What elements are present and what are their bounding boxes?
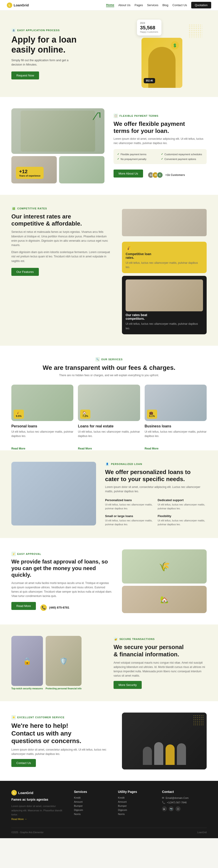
more-security-button[interactable]: More Security [114,681,142,689]
service-real-estate: 🏠 7.2% Loans for real estate Ut elit tel… [78,384,140,451]
footer-col-contact: Contact ✉ Email@domain.Com 📞 +1(347) 567… [162,790,207,821]
check-icon-4: ✓ [161,157,163,160]
footer-utility-link-2[interactable]: Amount [118,800,127,803]
footer-service-link-3[interactable]: Bumper [74,805,83,807]
contact-us-button[interactable]: Contact Us [11,759,36,767]
business-image: 💼 8.1% [145,384,207,421]
hero-badge: 🏦 EASY APPLICATION PROCESS [11,28,106,33]
footer-utility-2: Amount [118,800,155,803]
logo-text: LoanGrid [13,3,29,7]
secure-badge: 🔐 SECURE TRANSACTIONS [114,637,207,641]
hero-stat-card: 2024 35,568 Happy Customers [137,20,161,35]
feat-dedicated: Dedicated support Ut elit tellus, luctus… [157,498,207,511]
card2-image [125,279,203,311]
nav-blog[interactable]: Blog [162,3,168,7]
fast-approval-title: We provide fast approval of loans, so yo… [11,558,113,578]
footer-utility-4: Digicom [118,809,155,811]
secure-image-col-2: 🛡️ Protecting personal financial info [46,636,81,690]
footer-utility-link-1[interactable]: Kredit [118,796,125,799]
competitive-desc1: Senectus et netus et malesuada fames ac … [11,230,113,247]
footer-email-text: Email@domain.Com [166,797,188,799]
logo-icon: L [7,2,12,8]
flexible-images: +12 Years of experience [11,108,104,183]
personalized-badge: 👤 PERSONALIZED LOAN [105,462,207,466]
fees-subtitle: There are no hidden fees or charges, and… [52,373,166,377]
nav-logo[interactable]: L LoanGrid [7,2,29,8]
services-grid: 💰 9.5% Personal loans Ut elit tellus, lu… [11,384,207,451]
business-title: Business loans [145,424,207,428]
fast-approval-content: ⚡ EASY APPROVAL We provide fast approval… [11,552,113,611]
footer-brand: LoanGrid [197,831,207,834]
personal-loans-readmore[interactable]: Read More [11,447,25,450]
personal-loans-rate: 9.5% [16,415,22,417]
footer-services-list: Kredit Amount Bumper Digicom Norris [74,796,111,815]
nav-contact[interactable]: Contact Us [172,3,187,7]
footer-service-link-2[interactable]: Amount [74,800,83,803]
competitive-desc2: Etiam dignissim diam quis enim lobortis … [11,250,113,263]
linkedin-icon[interactable]: in [176,806,181,811]
footer-service-3: Bumper [74,805,111,807]
card2-text: Ut elit tellus, luctus nec ullamcorper m… [125,322,203,331]
request-now-button[interactable]: Request Now [11,71,39,80]
feat-dedicated-title: Dedicated support [157,498,207,502]
secure-images: 🔒 Top-notch security measures 🛡️ Protect… [11,636,104,690]
fast-approval-section: ⚡ EASY APPROVAL We provide fast approval… [0,538,218,624]
business-readmore[interactable]: Read More [145,447,158,450]
avatar-stack: A B C [148,172,163,178]
contact-content: ⭐ EXCELLENT CUSTOMER SERVICE We're here … [11,715,113,767]
our-features-button[interactable]: Our Features [11,268,39,276]
feature-2-text: Customized repayment schedules [165,153,202,156]
footer-utility-link-4[interactable]: Digicom [118,809,127,811]
fast-approval-image-2: 🏡 [122,586,207,613]
contact-badge: ⭐ EXCELLENT CUSTOMER SERVICE [11,715,113,720]
nav-home[interactable]: Home [106,3,114,7]
personal-loans-icon: 💰 [16,411,22,415]
fees-title: We are transparent with our fees & charg… [11,364,207,372]
svg-marker-0 [100,113,100,118]
footer-service-link-5[interactable]: Norris [74,813,81,815]
footer-service-1: Kredit [74,796,111,799]
personalized-section: 👤 PERSONALIZED LOAN We offer personalize… [0,451,218,538]
stat-year: 2024 [140,22,158,24]
personalized-image-col [11,462,96,526]
read-more-button[interactable]: Read More [11,602,36,610]
secure-image-col-1: 🔒 Top-notch security measures [11,636,43,690]
contact-description: Lorem ipsum dolor sit amet, consectetur … [11,748,113,756]
fees-badge-icon: 🔍 [96,357,100,362]
competitive-cards: 💰 Competitive loanrates. Ut elit tellus,… [122,206,207,334]
secure-title: We secure your personal& financial infor… [114,644,207,658]
competitive-main-image [122,209,207,236]
footer-phone: 📞 +1(347) 567-7846 [162,801,207,804]
social-icons: ▶ 📷 in [162,806,207,811]
footer-readmore[interactable]: Read More → [11,818,27,820]
customers-row: A B C +1k Customers [148,172,185,178]
quotation-button[interactable]: Quotation [191,2,211,8]
secure-label-2: Protecting personal financial info [46,687,81,690]
personalized-title: We offer personalized loans tocater to y… [105,469,207,483]
more-about-button[interactable]: More About Us [114,169,143,178]
nav-pages[interactable]: Pages [135,3,143,7]
fast-approval-badge-icon: ⚡ [11,552,16,556]
contact-title: We're here to help!Contact us with anyqu… [11,722,113,745]
instagram-icon[interactable]: 📷 [169,806,174,811]
footer-service-4: Digicom [74,809,111,811]
feature-3: ✓ No prepayment penalty [117,157,159,160]
nav-services[interactable]: Services [147,3,158,7]
youtube-icon[interactable]: ▶ [162,806,167,811]
footer-utility-1: Kredit [118,796,155,799]
personalized-content: 👤 PERSONALIZED LOAN We offer personalize… [105,462,207,527]
flexible-badge-icon: 📋 [114,114,118,118]
footer-utility-link-3[interactable]: Bumper [118,805,127,807]
footer-service-link-1[interactable]: Kredit [74,796,81,799]
fees-badge-text: OUR SERVICES [101,358,123,361]
contact-badge-text: EXCELLENT CUSTOMER SERVICE [17,716,65,719]
real-estate-readmore[interactable]: Read More [78,447,92,450]
footer-service-link-4[interactable]: Digicom [74,809,83,811]
nav-about[interactable]: About Us [118,3,130,7]
feature-4-text: Convenient payment options [165,158,196,160]
footer-utility-link-5[interactable]: Norris [118,813,125,815]
check-icon-3: ✓ [117,157,119,160]
flexible-main-image [11,108,104,154]
secure-badge-text: SECURE TRANSACTIONS [119,638,155,641]
flexible-content: 📋 FLEXIBLE PAYMENT TERMS We offer flexib… [114,114,207,179]
